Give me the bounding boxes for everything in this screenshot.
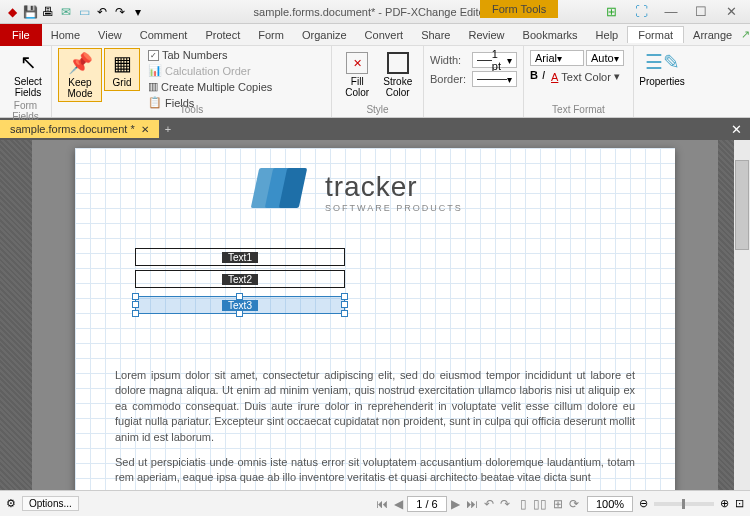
bold-button[interactable]: B <box>530 69 538 84</box>
pdf-page: trackerSOFTWARE PRODUCTS Text1 Text2 Tex… <box>75 148 675 490</box>
group-form-fields: Form Fields <box>6 100 45 122</box>
zoom-out-button[interactable]: ⊖ <box>639 497 648 510</box>
resize-handle[interactable] <box>132 293 139 300</box>
resize-handle[interactable] <box>132 301 139 308</box>
fill-color-button[interactable]: ✕ Fill Color <box>338 48 377 102</box>
contextual-tab-label: Form Tools <box>480 0 558 18</box>
keep-mode-button[interactable]: 📌 Keep Mode <box>58 48 102 102</box>
stroke-color-button[interactable]: Stroke Color <box>379 48 418 102</box>
maximize-button[interactable]: ☐ <box>688 4 714 19</box>
workspace: trackerSOFTWARE PRODUCTS Text1 Text2 Tex… <box>0 140 750 490</box>
close-button[interactable]: ✕ <box>718 4 744 19</box>
nav-back-button[interactable]: ↶ <box>482 497 496 511</box>
menu-review[interactable]: Review <box>459 25 513 45</box>
close-tab-icon[interactable]: ✕ <box>141 124 149 135</box>
rotate-icon[interactable]: ⟳ <box>567 497 581 511</box>
italic-button[interactable]: I <box>542 69 545 84</box>
mail-icon[interactable]: ✉ <box>58 4 74 20</box>
menu-view[interactable]: View <box>89 25 131 45</box>
quick-access-toolbar: ◆ 💾 🖶 ✉ ▭ ↶ ↷ ▾ <box>0 4 150 20</box>
save-icon[interactable]: 💾 <box>22 4 38 20</box>
width-label: Width: <box>430 54 468 66</box>
menu-organize[interactable]: Organize <box>293 25 356 45</box>
facing-icon[interactable]: ⊞ <box>551 497 565 511</box>
ui-options-icon[interactable]: ⊞ <box>598 4 624 19</box>
zoom-input[interactable] <box>587 496 633 512</box>
menu-share[interactable]: Share <box>412 25 459 45</box>
menu-bookmarks[interactable]: Bookmarks <box>514 25 587 45</box>
properties-button[interactable]: ☰✎ Properties <box>640 48 684 89</box>
app-icon: ◆ <box>4 4 20 20</box>
options-icon[interactable]: ⚙ <box>6 497 16 510</box>
calc-order-button[interactable]: 📊 Calculation Order <box>146 63 274 78</box>
nav-fwd-button[interactable]: ↷ <box>498 497 512 511</box>
menu-bar: File Home View Comment Protect Form Orga… <box>0 24 750 46</box>
text-color-button[interactable]: A Text Color ▾ <box>549 69 622 84</box>
resize-handle[interactable] <box>236 310 243 317</box>
scrollbar-thumb[interactable] <box>735 160 749 250</box>
grid-button[interactable]: ▦ Grid <box>104 48 140 91</box>
document-tab[interactable]: sample.forms.document *✕ <box>0 120 159 138</box>
resize-handle[interactable] <box>236 293 243 300</box>
minimize-button[interactable]: — <box>658 4 684 19</box>
undo-icon[interactable]: ↶ <box>94 4 110 20</box>
select-fields-button[interactable]: ↖ Select Fields <box>6 48 50 100</box>
first-page-button[interactable]: ⏮ <box>374 497 390 511</box>
menu-comment[interactable]: Comment <box>131 25 197 45</box>
prev-page-button[interactable]: ◀ <box>392 497 405 511</box>
page-nav: ⏮ ◀ ▶ ⏭ ↶ ↷ <box>374 496 512 512</box>
file-menu[interactable]: File <box>0 24 42 46</box>
expand-icon[interactable]: ⛶ <box>628 4 654 19</box>
page-area[interactable]: trackerSOFTWARE PRODUCTS Text1 Text2 Tex… <box>32 140 718 490</box>
menu-arrange[interactable]: Arrange <box>684 25 741 45</box>
menu-help[interactable]: Help <box>587 25 628 45</box>
last-page-button[interactable]: ⏭ <box>464 497 480 511</box>
multiple-copies-button[interactable]: ▥ Create Multiple Copies <box>146 79 274 94</box>
tab-numbers-toggle[interactable]: ✓Tab Numbers <box>146 48 274 62</box>
ribbon: ↖ Select Fields Form Fields 📌 Keep Mode … <box>0 46 750 118</box>
fit-page-button[interactable]: ⊡ <box>735 497 744 510</box>
pin-icon: 📌 <box>68 51 93 75</box>
options-button[interactable]: Options... <box>22 496 79 511</box>
view-modes: ▯ ▯▯ ⊞ ⟳ <box>518 497 581 511</box>
cursor-icon: ↖ <box>20 50 37 74</box>
tabbar-close-button[interactable]: ✕ <box>723 122 750 137</box>
stroke-swatch-icon <box>387 52 409 74</box>
form-field-text2[interactable]: Text2 <box>135 270 345 288</box>
zoom-in-button[interactable]: ⊕ <box>720 497 729 510</box>
document-tab-bar: sample.forms.document *✕ + ✕ <box>0 118 750 140</box>
launch-icon[interactable]: ↗ <box>741 28 750 41</box>
logo-mark-icon <box>255 168 315 216</box>
zoom-slider[interactable] <box>654 502 714 506</box>
new-tab-button[interactable]: + <box>159 123 177 135</box>
width-select[interactable]: 1 pt ▾ <box>472 52 517 68</box>
resize-handle[interactable] <box>341 293 348 300</box>
menu-home[interactable]: Home <box>42 25 89 45</box>
dropdown-icon[interactable]: ▾ <box>130 4 146 20</box>
group-style: Style <box>338 104 417 115</box>
scan-icon[interactable]: ▭ <box>76 4 92 20</box>
page-input[interactable] <box>407 496 447 512</box>
menu-format[interactable]: Format <box>627 26 684 43</box>
menu-protect[interactable]: Protect <box>196 25 249 45</box>
print-icon[interactable]: 🖶 <box>40 4 56 20</box>
font-size-select[interactable]: Auto ▾ <box>586 50 624 66</box>
title-bar: ◆ 💾 🖶 ✉ ▭ ↶ ↷ ▾ sample.forms.document* -… <box>0 0 750 24</box>
form-field-text3-selected[interactable]: Text3 <box>135 296 345 314</box>
menu-convert[interactable]: Convert <box>356 25 413 45</box>
vertical-scrollbar[interactable] <box>734 140 750 490</box>
continuous-icon[interactable]: ▯▯ <box>531 497 549 511</box>
left-gutter <box>0 140 32 490</box>
form-field-text1[interactable]: Text1 <box>135 248 345 266</box>
border-label: Border: <box>430 73 468 85</box>
font-select[interactable]: Arial ▾ <box>530 50 584 66</box>
resize-handle[interactable] <box>132 310 139 317</box>
resize-handle[interactable] <box>341 301 348 308</box>
group-tools: Tools <box>58 104 325 115</box>
border-select[interactable]: ▾ <box>472 71 517 87</box>
resize-handle[interactable] <box>341 310 348 317</box>
redo-icon[interactable]: ↷ <box>112 4 128 20</box>
next-page-button[interactable]: ▶ <box>449 497 462 511</box>
menu-form[interactable]: Form <box>249 25 293 45</box>
single-page-icon[interactable]: ▯ <box>518 497 529 511</box>
